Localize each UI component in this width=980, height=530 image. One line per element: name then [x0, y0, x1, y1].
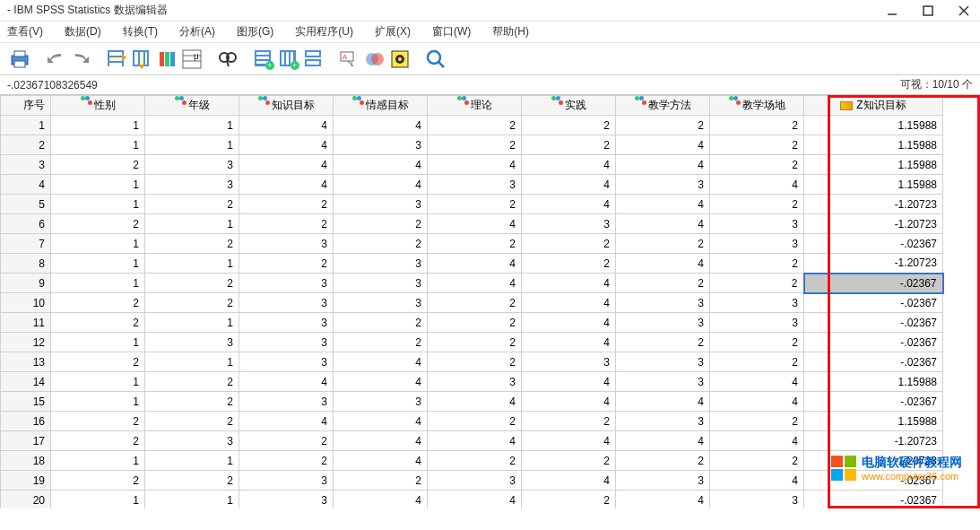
data-cell[interactable]: 1 [51, 175, 145, 195]
row-number[interactable]: 13 [1, 352, 51, 372]
data-cell[interactable]: 4 [239, 372, 334, 392]
show-all-icon[interactable] [387, 47, 412, 72]
data-cell[interactable]: 4 [616, 392, 710, 412]
data-cell[interactable]: 4 [710, 471, 804, 491]
data-cell[interactable]: 1 [145, 313, 239, 333]
data-cell[interactable]: 2 [710, 333, 804, 352]
data-cell[interactable]: 4 [522, 313, 616, 333]
data-cell[interactable]: 3 [334, 274, 428, 293]
table-row[interactable]: 621224343-1.20723 [1, 214, 943, 234]
goto-case-icon[interactable] [104, 47, 129, 72]
data-cell[interactable]: 4 [428, 254, 522, 274]
row-number[interactable]: 8 [1, 254, 51, 274]
data-cell[interactable]: 2 [616, 451, 710, 471]
data-cell[interactable]: 2 [51, 293, 145, 313]
data-cell[interactable]: 2 [145, 293, 239, 313]
data-cell[interactable]: 4 [428, 155, 522, 175]
data-cell[interactable]: 4 [616, 431, 710, 451]
data-cell[interactable]: 2 [710, 155, 804, 175]
data-cell[interactable]: 2 [710, 412, 804, 431]
data-cell[interactable]: 2 [145, 471, 239, 491]
data-cell[interactable]: 3 [239, 234, 334, 254]
data-cell[interactable]: 3 [239, 471, 334, 491]
data-cell[interactable]: 4 [428, 491, 522, 509]
data-cell[interactable]: 2 [145, 195, 239, 214]
table-row[interactable]: 1512334444-.02367 [1, 392, 943, 412]
data-cell[interactable]: 4 [334, 352, 428, 372]
data-cell[interactable]: 1 [145, 491, 239, 509]
data-cell[interactable]: 3 [428, 175, 522, 195]
data-cell[interactable]: 1 [51, 333, 145, 352]
data-cell[interactable]: 1 [145, 135, 239, 155]
data-cell[interactable]: 3 [616, 352, 710, 372]
data-cell[interactable]: 2 [239, 451, 334, 471]
data-cell[interactable]: 2 [522, 254, 616, 274]
row-number[interactable]: 3 [1, 155, 51, 175]
menu-utilities[interactable]: 实用程序(U) [291, 22, 357, 41]
data-cell[interactable]: 4 [522, 392, 616, 412]
data-cell-z[interactable]: -1.20723 [804, 195, 943, 214]
data-cell[interactable]: 4 [334, 451, 428, 471]
menu-analyze[interactable]: 分析(A) [176, 22, 219, 41]
data-cell[interactable]: 4 [334, 175, 428, 195]
use-sets-icon[interactable] [362, 47, 387, 72]
data-cell[interactable]: 3 [334, 195, 428, 214]
data-cell-z[interactable]: -1.20723 [804, 451, 943, 471]
data-cell[interactable]: 1 [51, 392, 145, 412]
row-number[interactable]: 18 [1, 451, 51, 471]
data-cell[interactable]: 2 [239, 431, 334, 451]
data-cell[interactable]: 2 [428, 313, 522, 333]
data-cell[interactable]: 4 [522, 431, 616, 451]
data-cell[interactable]: 2 [239, 254, 334, 274]
data-cell[interactable]: 4 [616, 214, 710, 234]
row-number[interactable]: 10 [1, 293, 51, 313]
data-cell[interactable]: 2 [334, 234, 428, 254]
data-cell[interactable]: 2 [710, 116, 804, 135]
data-cell[interactable]: 2 [428, 234, 522, 254]
split-file-icon[interactable] [301, 47, 326, 72]
column-header[interactable]: 教学方法 [616, 96, 710, 116]
data-cell[interactable]: 4 [428, 392, 522, 412]
data-cell[interactable]: 1 [51, 372, 145, 392]
data-cell[interactable]: 4 [334, 155, 428, 175]
value-labels-icon[interactable]: A1 [337, 47, 362, 72]
data-cell[interactable]: 3 [616, 372, 710, 392]
data-cell[interactable]: 2 [710, 254, 804, 274]
menu-extensions[interactable]: 扩展(X) [371, 22, 414, 41]
data-cell-z[interactable]: 1.15988 [804, 116, 943, 135]
data-cell[interactable]: 3 [239, 491, 334, 509]
data-cell[interactable]: 3 [616, 471, 710, 491]
data-cell[interactable]: 4 [710, 175, 804, 195]
data-cell[interactable]: 2 [428, 352, 522, 372]
data-cell[interactable]: 1 [145, 116, 239, 135]
data-cell[interactable]: 4 [522, 293, 616, 313]
data-cell[interactable]: 4 [710, 372, 804, 392]
row-number[interactable]: 14 [1, 372, 51, 392]
data-cell[interactable]: 2 [616, 274, 710, 293]
data-cell[interactable]: 2 [51, 313, 145, 333]
data-cell-z[interactable]: -.02367 [804, 293, 943, 313]
table-row[interactable]: 16224422321.15988 [1, 412, 943, 431]
menu-data[interactable]: 数据(D) [61, 22, 105, 41]
row-number[interactable]: 11 [1, 313, 51, 333]
data-cell[interactable]: 2 [710, 274, 804, 293]
data-cell[interactable]: 3 [616, 293, 710, 313]
data-cell[interactable]: 2 [428, 293, 522, 313]
data-cell[interactable]: 3 [239, 333, 334, 352]
data-cell[interactable]: 2 [51, 471, 145, 491]
data-cell[interactable]: 2 [334, 333, 428, 352]
close-button[interactable] [955, 2, 973, 20]
row-number[interactable]: 2 [1, 135, 51, 155]
menu-graph[interactable]: 图形(G) [233, 22, 277, 41]
data-cell-z[interactable]: 1.15988 [804, 135, 943, 155]
data-cell[interactable]: 2 [145, 392, 239, 412]
data-cell[interactable]: 2 [51, 352, 145, 372]
data-cell-z[interactable]: -.02367 [804, 234, 943, 254]
data-cell[interactable]: 4 [239, 116, 334, 135]
data-cell[interactable]: 4 [239, 155, 334, 175]
data-cell[interactable]: 3 [334, 293, 428, 313]
data-cell[interactable]: 4 [334, 431, 428, 451]
column-header[interactable]: 年级 [145, 96, 239, 116]
data-cell[interactable]: 2 [710, 195, 804, 214]
data-cell[interactable]: 3 [616, 412, 710, 431]
